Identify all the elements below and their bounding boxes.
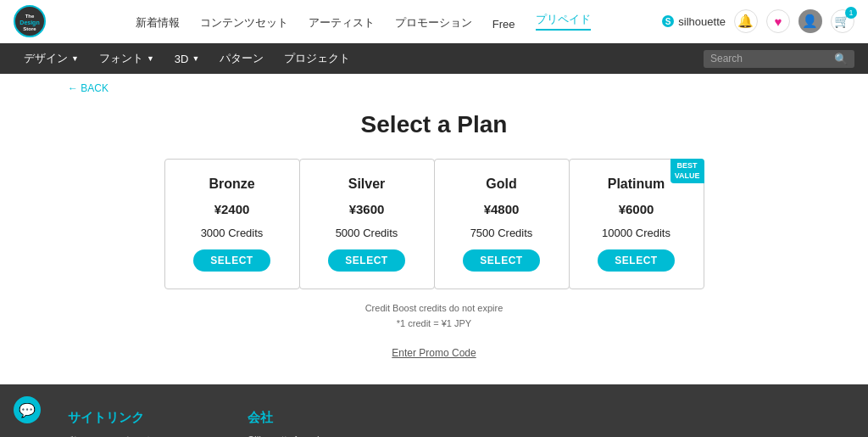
silhouette-label: silhouette (678, 15, 726, 28)
plan-gold-credits: 7500 Credits (470, 227, 533, 239)
main-content: Select a Plan Bronze ¥2400 3000 Credits … (0, 103, 868, 384)
chevron-down-icon: ▼ (71, 54, 79, 63)
nav-promotions[interactable]: プロモーション (395, 15, 472, 31)
plan-silver: Silver ¥3600 5000 Credits SELECT (299, 159, 435, 289)
search-input[interactable] (710, 53, 829, 64)
footer-col-site-links-heading: サイトリンク (68, 410, 180, 426)
plan-bronze-credits: 3000 Credits (201, 227, 264, 239)
plan-bronze-select-button[interactable]: SELECT (193, 249, 270, 272)
breadcrumb[interactable]: ← BACK (0, 74, 868, 103)
footer-col-company-heading: 会社 (248, 410, 352, 426)
nav-prepaid[interactable]: プリペイド (536, 12, 591, 31)
nav-pattern[interactable]: パターン (209, 43, 274, 74)
search-icon[interactable]: 🔍 (834, 53, 848, 65)
nav-artists[interactable]: アーティスト (309, 15, 375, 31)
plan-gold-select-button[interactable]: SELECT (463, 249, 539, 272)
footer-col-site-links: サイトリンク 私のショッピングカート 無料の商品 新製品 デザイン プロジェクト… (68, 410, 180, 437)
secondary-navigation: デザイン ▼ フォント ▼ 3D ▼ パターン プロジェクト 🔍 (0, 43, 868, 74)
user-account-button[interactable]: 👤 (798, 9, 822, 33)
plan-silver-price: ¥3600 (349, 202, 385, 216)
credit-note-2: *1 credit = ¥1 JPY (34, 318, 834, 328)
footer: サイトリンク 私のショッピングカート 無料の商品 新製品 デザイン プロジェクト… (0, 384, 868, 437)
plan-bronze: Bronze ¥2400 3000 Credits SELECT (164, 159, 300, 289)
svg-text:The: The (25, 14, 35, 19)
top-navigation: 新着情報 コンテンツセット アーティスト プロモーション Free プリペイド (136, 12, 591, 31)
nav-design[interactable]: デザイン ▼ (14, 43, 89, 74)
nav-project[interactable]: プロジェクト (274, 43, 360, 74)
search-bar: 🔍 (704, 50, 854, 68)
plan-silver-credits: 5000 Credits (336, 227, 398, 239)
cart-badge: 1 (845, 7, 857, 19)
plan-platinum-price: ¥6000 (619, 202, 654, 216)
plan-platinum-name: Platinum (608, 176, 665, 192)
best-value-badge: BESTVALUE (670, 159, 704, 183)
plan-silver-select-button[interactable]: SELECT (328, 249, 404, 272)
svg-text:S: S (665, 17, 671, 26)
plan-platinum: BESTVALUE Platinum ¥6000 10000 Credits S… (569, 159, 704, 289)
chevron-down-icon: ▼ (147, 54, 154, 63)
nav-content-sets[interactable]: コンテンツセット (200, 15, 288, 31)
silhouette-brand: S silhouette (661, 14, 726, 28)
chevron-down-icon: ▼ (192, 54, 199, 63)
nav-new-arrivals[interactable]: 新着情報 (136, 15, 180, 31)
user-icon: 👤 (802, 14, 818, 29)
page-title: Select a Plan (34, 111, 834, 138)
chat-icon: 💬 (19, 402, 36, 418)
plan-gold-name: Gold (486, 176, 516, 192)
svg-text:Store: Store (23, 26, 36, 31)
chat-button[interactable]: 💬 (14, 396, 41, 423)
top-bar: The Design Store 新着情報 コンテンツセット アーティスト プロ… (0, 0, 868, 43)
bell-icon: 🔔 (737, 14, 754, 29)
nav-free[interactable]: Free (492, 18, 515, 31)
silhouette-logo-icon: S (661, 14, 675, 28)
nav-font[interactable]: フォント ▼ (89, 43, 164, 74)
plan-silver-name: Silver (348, 176, 386, 192)
logo-svg: The Design Store (14, 5, 64, 37)
credit-note-1: Credit Boost credits do not expire (34, 303, 834, 313)
top-right-actions: S silhouette 🔔 ♥ 👤 🛒 1 (661, 9, 854, 33)
promo-code-link[interactable]: Enter Promo Code (392, 347, 476, 359)
favorites-button[interactable]: ♥ (766, 9, 790, 33)
logo[interactable]: The Design Store (14, 5, 64, 37)
notifications-button[interactable]: 🔔 (734, 9, 758, 33)
heart-icon: ♥ (775, 14, 782, 29)
plan-bronze-name: Bronze (209, 176, 254, 192)
footer-col-company: 会社 SilhouetteAmerica.com Silhouette 101 … (248, 410, 352, 437)
plans-grid: Bronze ¥2400 3000 Credits SELECT Silver … (34, 159, 834, 289)
nav-3d[interactable]: 3D ▼ (164, 43, 210, 74)
plan-platinum-select-button[interactable]: SELECT (598, 249, 674, 272)
plan-gold: Gold ¥4800 7500 Credits SELECT (434, 159, 570, 289)
plan-gold-price: ¥4800 (484, 202, 520, 216)
cart-button[interactable]: 🛒 1 (831, 9, 854, 33)
plan-bronze-price: ¥2400 (214, 202, 250, 216)
plan-platinum-credits: 10000 Credits (602, 227, 670, 239)
svg-text:Design: Design (19, 20, 39, 26)
